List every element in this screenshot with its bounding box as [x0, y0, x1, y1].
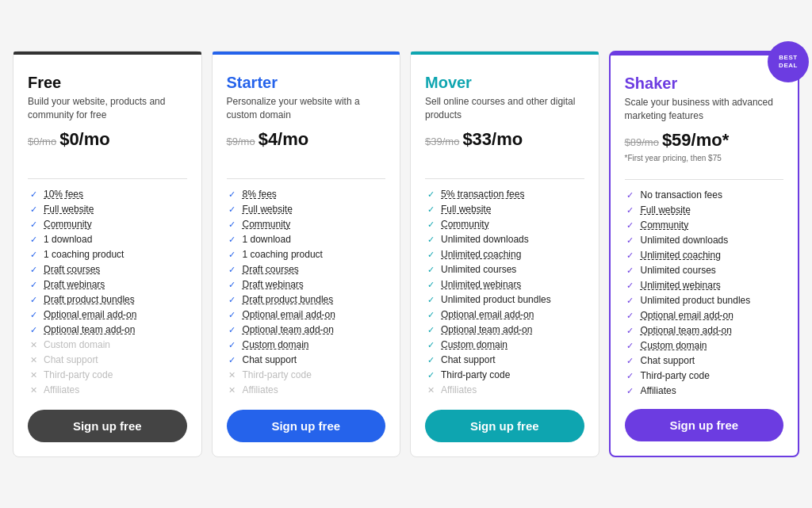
- feature-label: Affiliates: [243, 384, 278, 395]
- feature-label: 1 download: [44, 234, 92, 245]
- check-inactive-icon: ✕: [28, 354, 39, 365]
- feature-label: Chat support: [44, 354, 98, 365]
- list-item: ✓Full website: [425, 204, 584, 215]
- feature-label: Unlimited downloads: [441, 234, 529, 245]
- list-item: ✓Optional email add-on: [625, 310, 784, 321]
- features-list-mover: ✓5% transaction fees✓Full website✓Commun…: [425, 189, 584, 397]
- feature-label: 8% fees: [243, 189, 277, 200]
- check-active-icon: ✓: [28, 204, 39, 215]
- list-item: ✓1 coaching product: [227, 249, 386, 260]
- feature-label: 1 coaching product: [243, 249, 323, 260]
- plan-bar-free: [13, 52, 201, 55]
- divider-mover: [425, 178, 584, 179]
- list-item: ✓Optional team add-on: [625, 325, 784, 336]
- list-item: ✓Optional email add-on: [28, 309, 187, 320]
- check-active-icon: ✓: [625, 325, 636, 336]
- feature-label: Custom domain: [641, 340, 707, 351]
- plan-description-shaker: Scale your business with advanced market…: [625, 96, 784, 123]
- feature-label: Draft product bundles: [44, 294, 135, 305]
- feature-label: Third-party code: [641, 370, 710, 381]
- list-item: ✕Affiliates: [425, 384, 584, 395]
- price-original-mover: $39/mo: [425, 136, 459, 147]
- feature-label: Optional team add-on: [641, 325, 732, 336]
- check-active-icon: ✓: [28, 189, 39, 200]
- check-active-icon: ✓: [28, 234, 39, 245]
- check-active-icon: ✓: [227, 324, 238, 335]
- price-current-free: $0/mo: [59, 129, 110, 150]
- plan-description-free: Build your website, products and communi…: [28, 95, 187, 122]
- list-item: ✓Unlimited product bundles: [425, 294, 584, 305]
- check-active-icon: ✓: [425, 324, 436, 335]
- list-item: ✓Community: [227, 219, 386, 230]
- plan-card-free: FreeBuild your website, products and com…: [13, 51, 202, 458]
- list-item: ✓Draft product bundles: [227, 294, 386, 305]
- list-item: ✓Unlimited courses: [625, 265, 784, 276]
- price-current-starter: $4/mo: [259, 129, 309, 150]
- signup-button-shaker[interactable]: Sign up free: [625, 409, 784, 441]
- feature-label: Draft product bundles: [243, 294, 334, 305]
- plan-price-shaker: $89/mo$59/mo*: [625, 130, 784, 151]
- check-active-icon: ✓: [28, 294, 39, 305]
- list-item: ✕Affiliates: [227, 384, 386, 395]
- divider-starter: [227, 178, 386, 179]
- feature-label: Chat support: [641, 355, 695, 366]
- plan-description-mover: Sell online courses and other digital pr…: [425, 95, 584, 122]
- check-active-icon: ✓: [425, 249, 436, 260]
- price-current-shaker: $59/mo*: [662, 130, 729, 151]
- feature-label: Third-party code: [441, 369, 510, 380]
- check-active-icon: ✓: [425, 234, 436, 245]
- list-item: ✓Draft webinars: [28, 279, 187, 290]
- check-active-icon: ✓: [625, 310, 636, 321]
- list-item: ✓Third-party code: [425, 369, 584, 380]
- feature-label: Unlimited coaching: [441, 249, 521, 260]
- feature-label: 5% transaction fees: [441, 189, 524, 200]
- signup-button-free[interactable]: Sign up free: [28, 410, 187, 442]
- price-note-starter: [227, 153, 386, 164]
- feature-label: Optional team add-on: [441, 324, 532, 335]
- feature-label: Unlimited product bundles: [441, 294, 551, 305]
- plan-bar-starter: [213, 52, 400, 55]
- list-item: ✓5% transaction fees: [425, 189, 584, 200]
- list-item: ✓Unlimited product bundles: [625, 295, 784, 306]
- feature-label: Community: [243, 219, 291, 230]
- list-item: ✓Unlimited downloads: [425, 234, 584, 245]
- price-original-shaker: $89/mo: [625, 136, 659, 148]
- price-note-mover: [425, 153, 584, 164]
- feature-label: Community: [441, 219, 489, 230]
- check-active-icon: ✓: [625, 220, 636, 231]
- feature-label: Affiliates: [641, 385, 676, 396]
- list-item: ✕Affiliates: [28, 384, 187, 395]
- list-item: ✓10% fees: [28, 189, 187, 200]
- feature-label: Custom domain: [44, 339, 110, 350]
- list-item: ✓Chat support: [227, 354, 386, 365]
- list-item: ✓1 download: [28, 234, 187, 245]
- check-active-icon: ✓: [227, 204, 238, 215]
- features-list-shaker: ✓No transaction fees✓Full website✓Commun…: [625, 189, 784, 396]
- signup-button-starter[interactable]: Sign up free: [227, 410, 386, 442]
- signup-button-mover[interactable]: Sign up free: [425, 410, 584, 442]
- check-inactive-icon: ✕: [28, 384, 39, 395]
- plan-card-starter: StarterPersonalize your website with a c…: [212, 51, 401, 458]
- check-active-icon: ✓: [425, 264, 436, 275]
- check-active-icon: ✓: [28, 279, 39, 290]
- plan-price-free: $0/mo$0/mo: [28, 129, 187, 150]
- divider-shaker: [625, 179, 784, 180]
- check-active-icon: ✓: [625, 265, 636, 276]
- check-active-icon: ✓: [625, 295, 636, 306]
- list-item: ✓Optional email add-on: [425, 309, 584, 320]
- feature-label: Unlimited product bundles: [641, 295, 751, 306]
- feature-label: Optional email add-on: [641, 310, 733, 321]
- list-item: ✓Draft webinars: [227, 279, 386, 290]
- plan-card-mover: MoverSell online courses and other digit…: [410, 51, 599, 458]
- check-active-icon: ✓: [625, 340, 636, 351]
- list-item: ✓Full website: [28, 204, 187, 215]
- plan-name-free: Free: [28, 74, 187, 92]
- list-item: ✓Chat support: [625, 355, 784, 366]
- feature-label: Chat support: [441, 354, 496, 365]
- feature-label: Draft webinars: [243, 279, 304, 290]
- list-item: ✓Chat support: [425, 354, 584, 365]
- check-active-icon: ✓: [227, 234, 238, 245]
- feature-label: Full website: [641, 204, 691, 216]
- check-active-icon: ✓: [425, 219, 436, 230]
- price-original-free: $0/mo: [28, 136, 56, 147]
